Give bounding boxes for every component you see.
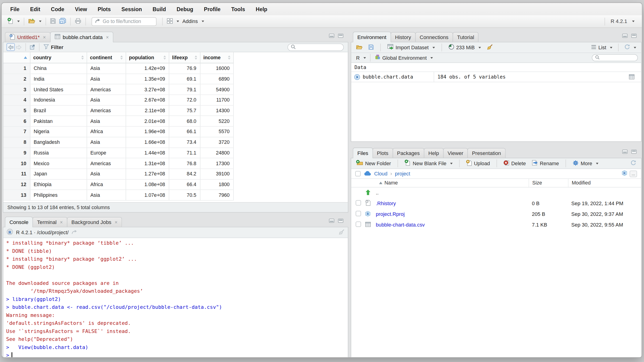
close-icon[interactable]: × — [43, 34, 46, 40]
import-dataset-button[interactable]: Import Dataset — [386, 44, 436, 51]
file-name-link[interactable]: bubble-chart-data.csv — [376, 222, 528, 228]
file-name-link[interactable]: .. — [376, 190, 528, 196]
save-workspace-button[interactable] — [367, 44, 376, 51]
menu-item[interactable]: Plots — [98, 6, 111, 12]
save-all-button[interactable] — [58, 18, 68, 25]
minimize-pane-icon[interactable] — [622, 34, 628, 38]
table-row[interactable]: 11 Japan Asia 1.27e+08 84.2 39100 — [3, 169, 234, 179]
object-name[interactable]: bubble.chart.data — [362, 72, 434, 82]
project-selector[interactable]: R 4.2.1 — [602, 18, 638, 25]
file-checkbox[interactable] — [356, 200, 361, 206]
table-row[interactable]: 5 Brazil Americas 2.11e+08 75.7 14300 — [3, 106, 234, 116]
minimize-pane-icon[interactable] — [329, 219, 334, 223]
file-checkbox[interactable] — [356, 211, 361, 216]
more-button[interactable]: More — [571, 160, 600, 167]
expand-object-icon[interactable] — [351, 74, 362, 80]
upload-button[interactable]: Upload — [464, 160, 492, 167]
table-row[interactable]: 2 India Asia 1.35e+09 69.1 6890 — [3, 74, 234, 84]
addins-button[interactable]: Addins — [180, 19, 206, 25]
file-name-link[interactable]: .Rhistory — [376, 201, 528, 206]
menu-item[interactable]: Debug — [177, 6, 194, 12]
environment-object-row[interactable]: bubble.chart.data 184 obs. of 5 variable… — [351, 72, 641, 82]
tab-connections[interactable]: Connections — [415, 32, 453, 42]
tab-viewer[interactable]: Viewer — [443, 148, 468, 158]
minimize-pane-icon[interactable] — [622, 150, 628, 154]
close-icon[interactable]: × — [60, 219, 63, 225]
tab-console[interactable]: Console — [5, 217, 33, 227]
tab-environment[interactable]: Environment — [353, 32, 391, 42]
back-button[interactable] — [6, 43, 15, 51]
table-row[interactable]: 13 Philippines Asia 1.07e+08 70.5 7960 — [3, 190, 234, 201]
language-selector[interactable]: R — [354, 55, 368, 61]
tab-packages[interactable]: Packages — [392, 148, 424, 158]
menu-item[interactable]: Edit — [30, 6, 40, 12]
column-header-continent[interactable]: continent — [87, 52, 126, 63]
open-in-new-window-button[interactable] — [28, 43, 36, 51]
table-row[interactable]: 8 Bangladesh Asia 1.66e+08 73.4 3720 — [3, 137, 234, 148]
table-search-input[interactable] — [298, 45, 340, 50]
list-view-button[interactable]: List — [589, 45, 614, 51]
new-file-button[interactable] — [6, 18, 21, 25]
maximize-pane-icon[interactable] — [338, 219, 343, 223]
file-row[interactable]: R .. — [351, 188, 641, 198]
row-number-header[interactable] — [3, 52, 30, 63]
menu-item[interactable]: Build — [152, 6, 166, 12]
table-row[interactable]: 9 Russia Europe 1.44e+08 71.1 24800 — [3, 148, 234, 158]
tab-untitled1[interactable]: R Untitled1* × — [5, 32, 50, 42]
maximize-pane-icon[interactable] — [338, 34, 343, 38]
forward-button[interactable] — [15, 43, 23, 51]
console-prompt-line[interactable]: > — [6, 351, 348, 358]
select-all-checkbox[interactable] — [355, 171, 360, 176]
tab-help[interactable]: Help — [424, 148, 444, 158]
maximize-pane-icon[interactable] — [631, 34, 636, 38]
menu-item[interactable]: Help — [256, 6, 268, 12]
column-header-income[interactable]: income — [200, 52, 234, 63]
menu-item[interactable]: Profile — [204, 6, 220, 12]
print-button[interactable] — [73, 18, 83, 25]
more-columns-button[interactable]: ... — [630, 170, 637, 177]
tab-tutorial[interactable]: Tutorial — [452, 32, 478, 42]
table-row[interactable]: 3 United States Americas 3.27e+08 79.1 5… — [3, 84, 234, 95]
table-row[interactable]: 1 China Asia 1.42e+09 76.9 16000 — [3, 63, 234, 74]
file-row[interactable]: R project.Rproj 205 B Sep 30, 2022, 9:37… — [351, 209, 641, 220]
table-row[interactable]: 4 Indonesia Asia 2.67e+08 72.0 11700 — [3, 95, 234, 106]
tab-terminal[interactable]: Terminal× — [32, 217, 67, 227]
panes-layout-button[interactable] — [165, 18, 180, 25]
new-folder-button[interactable]: New Folder — [354, 160, 392, 167]
environment-search-box[interactable] — [592, 54, 638, 61]
refresh-button[interactable] — [623, 44, 638, 51]
breadcrumb-project[interactable]: project — [395, 171, 410, 177]
load-workspace-button[interactable] — [354, 44, 364, 51]
goto-file-input[interactable] — [102, 19, 153, 25]
tab-plots[interactable]: Plots — [372, 148, 393, 158]
rename-button[interactable]: Rename — [530, 160, 561, 167]
column-header-lifeexp[interactable]: lifeexp — [169, 52, 200, 63]
maximize-pane-icon[interactable] — [631, 150, 636, 154]
delete-button[interactable]: Delete — [502, 160, 528, 167]
files-column-modified[interactable]: Modified — [568, 179, 641, 187]
filter-button[interactable]: Filter — [42, 44, 65, 50]
console-output[interactable]: * installing *binary* package ‘tibble’ .… — [3, 238, 348, 357]
file-row[interactable]: R bubble-chart-data.csv 7.1 KB Sep 30, 2… — [351, 220, 641, 230]
tab-presentation[interactable]: Presentation — [467, 148, 506, 158]
tab-files[interactable]: Files — [353, 148, 373, 158]
save-button[interactable] — [48, 18, 58, 25]
goto-file-box[interactable] — [92, 17, 157, 26]
column-header-country[interactable]: country — [30, 52, 87, 63]
tab-background-jobs[interactable]: Background Jobs× — [67, 217, 122, 227]
table-row[interactable]: 6 Pakistan Asia 2.01e+08 68.0 5220 — [3, 116, 234, 127]
tab-bubble-chart-data[interactable]: bubble.chart.data × — [50, 32, 113, 42]
menu-item[interactable]: Tools — [231, 6, 245, 12]
table-row[interactable]: 10 Mexico Americas 1.31e+08 76.8 17300 — [3, 158, 234, 169]
breadcrumb-cloud[interactable]: Cloud — [374, 171, 388, 177]
close-icon[interactable]: × — [115, 219, 118, 225]
file-name-link[interactable]: project.Rproj — [376, 211, 528, 217]
open-file-button[interactable] — [27, 18, 43, 25]
menu-item[interactable]: Code — [51, 6, 64, 12]
files-column-name[interactable]: Name — [376, 179, 528, 187]
environment-selector[interactable]: Global Environment — [373, 54, 434, 61]
refresh-files-button[interactable] — [629, 160, 638, 167]
file-checkbox[interactable] — [356, 222, 361, 227]
memory-usage-button[interactable]: 233 MiB — [447, 44, 482, 51]
clear-environment-button[interactable] — [485, 44, 494, 51]
